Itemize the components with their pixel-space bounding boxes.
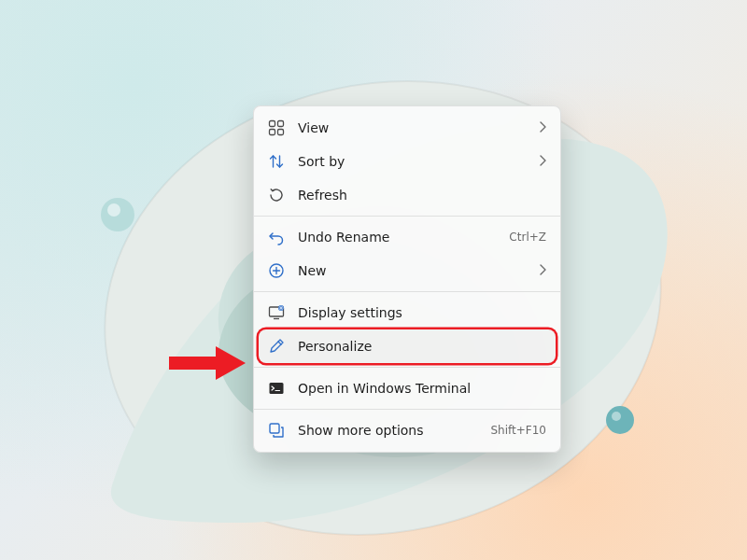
menu-item-refresh[interactable]: Refresh [259, 178, 556, 212]
svg-point-6 [612, 412, 621, 421]
menu-item-sort-by[interactable]: Sort by [259, 145, 556, 178]
desktop-context-menu: View Sort by Refresh [253, 105, 561, 453]
menu-separator [254, 409, 560, 410]
personalize-icon [268, 338, 285, 355]
menu-item-label: Open in Windows Terminal [298, 381, 546, 396]
terminal-icon [268, 380, 285, 397]
show-more-options-icon [268, 422, 285, 439]
menu-separator [254, 367, 560, 368]
menu-item-shortcut: Shift+F10 [490, 424, 546, 437]
chevron-right-icon [539, 120, 546, 135]
menu-separator [254, 216, 560, 217]
sort-icon [268, 153, 285, 170]
chevron-right-icon [539, 154, 546, 169]
svg-point-5 [606, 406, 634, 434]
menu-item-view[interactable]: View [259, 111, 556, 145]
svg-rect-9 [270, 130, 275, 135]
menu-separator [254, 291, 560, 292]
svg-point-4 [107, 203, 120, 217]
display-settings-icon [268, 304, 285, 321]
menu-item-display-settings[interactable]: Display settings [259, 296, 556, 329]
menu-item-show-more-options[interactable]: Show more options Shift+F10 [259, 413, 556, 447]
refresh-icon [268, 187, 285, 203]
svg-rect-15 [270, 383, 284, 394]
new-icon [268, 262, 285, 279]
menu-item-label: View [298, 120, 539, 135]
menu-item-shortcut: Ctrl+Z [509, 231, 546, 244]
menu-item-label: Sort by [298, 154, 539, 169]
menu-item-label: Refresh [298, 188, 546, 203]
svg-rect-7 [270, 121, 275, 127]
menu-item-label: New [298, 263, 539, 278]
menu-item-label: Undo Rename [298, 230, 509, 245]
menu-item-personalize[interactable]: Personalize [259, 329, 556, 363]
svg-rect-8 [278, 121, 284, 127]
svg-rect-16 [270, 424, 279, 433]
menu-item-open-terminal[interactable]: Open in Windows Terminal [259, 371, 556, 405]
menu-item-label: Personalize [298, 339, 546, 354]
menu-item-new[interactable]: New [259, 254, 556, 287]
menu-item-undo[interactable]: Undo Rename Ctrl+Z [259, 220, 556, 254]
undo-icon [268, 229, 285, 245]
svg-rect-10 [278, 130, 284, 135]
menu-item-label: Display settings [298, 305, 546, 320]
menu-item-label: Show more options [298, 423, 490, 438]
view-icon [268, 119, 285, 136]
chevron-right-icon [539, 263, 546, 278]
